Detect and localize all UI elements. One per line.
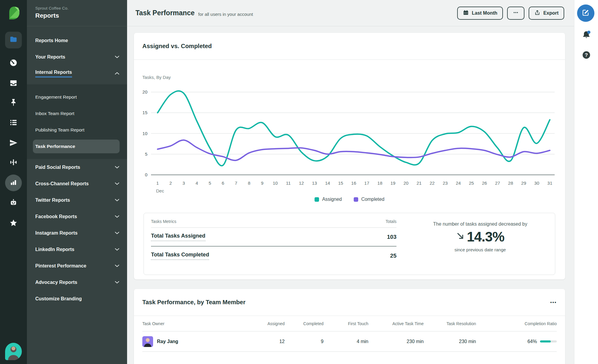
col-active-task-time: Active Task Time bbox=[368, 321, 424, 326]
sidebar-item-label: Pinterest Performance bbox=[35, 263, 86, 269]
legend-item-completed[interactable]: Completed bbox=[354, 197, 384, 202]
legend-label: Assigned bbox=[322, 197, 342, 202]
sidebar-item-paid-social-reports[interactable]: Paid Social Reports bbox=[27, 159, 127, 175]
sidebar-header: Sprout Coffee Co. Reports bbox=[27, 0, 127, 26]
nav-gauge[interactable] bbox=[5, 55, 22, 72]
help-icon: ? bbox=[582, 51, 591, 61]
ellipsis-icon bbox=[513, 10, 519, 17]
sidebar-item-label: Customize Branding bbox=[35, 296, 82, 302]
sidebar-item-facebook-reports[interactable]: Facebook Reports bbox=[27, 208, 127, 225]
stat-value: 14.3% bbox=[467, 229, 504, 245]
sidebar-item-reports-home[interactable]: Reports Home bbox=[27, 32, 127, 49]
nav-automation[interactable] bbox=[5, 195, 22, 212]
tasks-by-day-chart: 0510152012345678910111213141516171819202… bbox=[134, 86, 565, 196]
date-range-button[interactable]: Last Month bbox=[457, 7, 503, 20]
nav-reports[interactable] bbox=[5, 175, 22, 191]
pin-icon bbox=[9, 98, 18, 108]
x-axis-tick: 18 bbox=[377, 181, 382, 186]
sidebar-item-inbox-team-report[interactable]: Inbox Team Report bbox=[27, 105, 127, 122]
arrow-down-right-icon bbox=[456, 232, 465, 242]
y-axis-tick: 15 bbox=[142, 110, 147, 115]
x-axis-month-label: Dec bbox=[156, 188, 164, 193]
chevron-down-icon bbox=[115, 281, 119, 284]
metric-label[interactable]: Total Tasks Assigned bbox=[151, 233, 205, 241]
nav-list[interactable] bbox=[5, 115, 22, 131]
chevron-down-icon bbox=[115, 199, 119, 201]
chevron-down-icon bbox=[115, 264, 119, 267]
x-axis-tick: 5 bbox=[209, 181, 211, 186]
help-button[interactable]: ? bbox=[581, 50, 592, 61]
sidebar-item-label: Internal Reports bbox=[35, 70, 72, 77]
x-axis-tick: 16 bbox=[351, 181, 356, 186]
x-axis-tick: 3 bbox=[182, 181, 185, 186]
nav-pin[interactable] bbox=[5, 95, 22, 111]
sidebar-item-internal-reports[interactable]: Internal Reports bbox=[27, 65, 127, 82]
date-range-label: Last Month bbox=[472, 10, 497, 16]
sidebar-item-label: Task Performance bbox=[35, 144, 75, 149]
legend-swatch-icon bbox=[315, 197, 319, 202]
metric-label[interactable]: Total Tasks Completed bbox=[151, 252, 209, 260]
inbox-icon bbox=[9, 79, 18, 88]
cell-completed: 9 bbox=[285, 339, 324, 344]
page-subtitle: for all users in your account bbox=[198, 12, 253, 17]
sidebar-item-linkedin-reports[interactable]: LinkedIn Reports bbox=[27, 241, 127, 258]
chart-legend: AssignedCompleted bbox=[134, 197, 565, 202]
chevron-down-icon bbox=[115, 166, 119, 169]
nav-listening[interactable] bbox=[5, 155, 22, 171]
legend-label: Completed bbox=[361, 197, 384, 202]
sidebar-item-label: Reports Home bbox=[35, 38, 68, 43]
sidebar-item-label: Advocacy Reports bbox=[35, 280, 77, 285]
chart-axis-caption: Tasks, By Day bbox=[142, 75, 171, 80]
robot-icon bbox=[9, 198, 18, 208]
assigned-line bbox=[158, 91, 550, 166]
user-avatar[interactable] bbox=[5, 343, 22, 360]
metrics-header-label: Tasks Metrics bbox=[151, 219, 176, 224]
more-options-button[interactable] bbox=[507, 7, 524, 20]
cell-first-touch: 4 min bbox=[324, 339, 368, 344]
completion-ratio-bar bbox=[540, 340, 557, 342]
team-card-header: Task Performance, by Team Member ••• bbox=[134, 289, 565, 316]
sidebar-item-twitter-reports[interactable]: Twitter Reports bbox=[27, 192, 127, 208]
table-row[interactable]: Ray Jang 12 9 4 min 230 min 230 min 64% bbox=[142, 331, 557, 352]
team-card-more-button[interactable]: ••• bbox=[550, 300, 557, 305]
metrics-totals-label: Totals bbox=[385, 219, 396, 224]
sidebar-title: Reports bbox=[35, 12, 119, 19]
sidebar-item-advocacy-reports[interactable]: Advocacy Reports bbox=[27, 274, 127, 290]
x-axis-tick: 1 bbox=[156, 181, 159, 186]
x-axis-tick: 26 bbox=[482, 181, 487, 186]
notifications-button[interactable] bbox=[581, 30, 592, 41]
star-icon bbox=[9, 219, 18, 228]
legend-item-assigned[interactable]: Assigned bbox=[315, 197, 342, 202]
sidebar-item-reports-folder[interactable] bbox=[5, 32, 22, 48]
sidebar-item-task-performance[interactable]: Task Performance bbox=[33, 140, 120, 153]
account-name: Sprout Coffee Co. bbox=[35, 6, 119, 10]
chart-card-header: Assigned vs. Completed bbox=[134, 33, 565, 60]
export-icon bbox=[534, 10, 540, 17]
sidebar-item-customize-branding[interactable]: Customize Branding bbox=[27, 290, 127, 307]
sidebar-item-instagram-reports[interactable]: Instagram Reports bbox=[27, 225, 127, 241]
cell-active-task-time: 230 min bbox=[368, 339, 424, 344]
team-performance-card: Task Performance, by Team Member ••• Tas… bbox=[134, 289, 565, 364]
sidebar-item-cross-channel-reports[interactable]: Cross-Channel Reports bbox=[27, 175, 127, 192]
col-first-touch: First Touch bbox=[324, 321, 368, 326]
app-icon-rail bbox=[0, 0, 27, 364]
sidebar-item-your-reports[interactable]: Your Reports bbox=[27, 49, 127, 65]
compose-button[interactable] bbox=[577, 4, 594, 22]
nav-favorites[interactable] bbox=[5, 215, 22, 232]
sidebar-item-publishing-team-report[interactable]: Publishing Team Report bbox=[27, 122, 127, 138]
waveform-icon bbox=[9, 158, 18, 168]
metric-row-assigned: Total Tasks Assigned 103 bbox=[151, 228, 396, 246]
sidebar-item-pinterest-performance[interactable]: Pinterest Performance bbox=[27, 258, 127, 274]
cell-assigned: 12 bbox=[249, 339, 285, 344]
chevron-down-icon bbox=[115, 56, 119, 58]
sidebar-item-engagement-report[interactable]: Engagement Report bbox=[27, 89, 127, 105]
metric-row-completed: Total Tasks Completed 25 bbox=[151, 247, 396, 265]
bar-chart-icon bbox=[9, 178, 18, 188]
sprout-logo-icon[interactable] bbox=[7, 6, 21, 20]
nav-inbox[interactable] bbox=[5, 75, 22, 92]
export-button[interactable]: Export bbox=[529, 7, 564, 20]
gauge-icon bbox=[9, 59, 18, 68]
sidebar-item-label: Facebook Reports bbox=[35, 214, 77, 219]
nav-publishing[interactable] bbox=[5, 135, 22, 152]
internal-reports-subsection: Engagement ReportInbox Team ReportPublis… bbox=[27, 84, 127, 159]
